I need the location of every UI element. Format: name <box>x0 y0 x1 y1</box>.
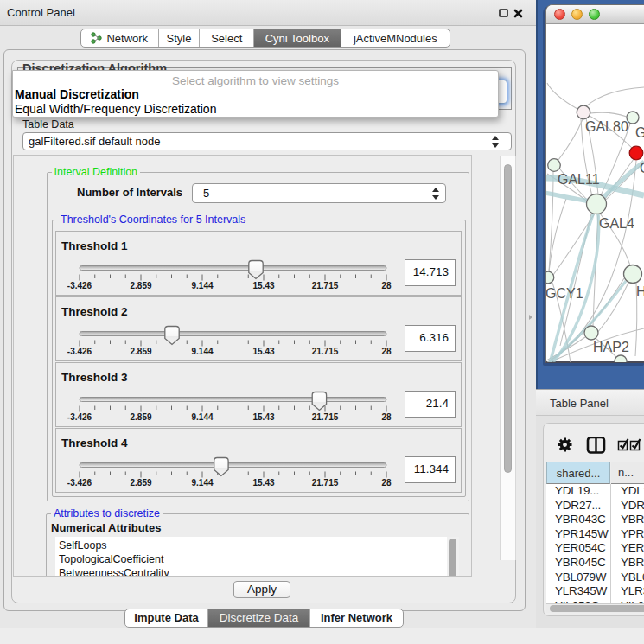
svg-text:H: H <box>636 284 644 299</box>
svg-text:2.859: 2.859 <box>130 281 151 290</box>
svg-text:9.144: 9.144 <box>191 347 213 356</box>
svg-text:2.859: 2.859 <box>130 412 151 422</box>
svg-text:21.715: 21.715 <box>312 347 339 356</box>
svg-text:9.144: 9.144 <box>191 281 213 290</box>
svg-text:21.715: 21.715 <box>312 478 339 488</box>
svg-text:-3.426: -3.426 <box>67 347 92 356</box>
svg-text:GAL4: GAL4 <box>599 216 634 231</box>
svg-text:GCY1: GCY1 <box>546 286 583 301</box>
svg-text:28: 28 <box>381 281 392 290</box>
svg-text:GAL80: GAL80 <box>585 119 628 134</box>
svg-text:15.43: 15.43 <box>252 281 274 290</box>
svg-text:15.43: 15.43 <box>252 478 274 488</box>
svg-text:HAP2: HAP2 <box>593 340 629 354</box>
svg-text:15.43: 15.43 <box>252 412 274 422</box>
svg-text:-3.426: -3.426 <box>67 412 92 422</box>
svg-text:9.144: 9.144 <box>191 412 213 422</box>
svg-text:C: C <box>640 161 644 175</box>
svg-text:-3.426: -3.426 <box>67 478 92 488</box>
svg-text:28: 28 <box>381 412 392 422</box>
svg-text:GA: GA <box>635 125 644 140</box>
svg-text:15.43: 15.43 <box>252 347 274 356</box>
svg-text:-3.426: -3.426 <box>67 281 92 290</box>
svg-text:28: 28 <box>381 478 392 488</box>
svg-text:GAL11: GAL11 <box>558 172 600 187</box>
svg-text:21.715: 21.715 <box>312 281 339 290</box>
svg-text:28: 28 <box>381 347 392 356</box>
svg-text:21.715: 21.715 <box>312 412 339 422</box>
svg-text:9.144: 9.144 <box>191 478 213 488</box>
svg-text:2.859: 2.859 <box>130 347 151 356</box>
svg-text:2.859: 2.859 <box>130 478 151 488</box>
